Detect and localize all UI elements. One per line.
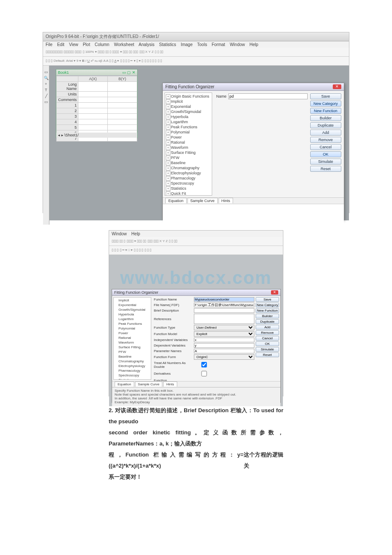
- derivatives-checkbox[interactable]: [196, 371, 213, 376]
- references-input[interactable]: [194, 314, 254, 324]
- tree-pharmacology[interactable]: Pharmacology: [166, 176, 211, 181]
- tree-pfw[interactable]: PFW: [166, 155, 211, 160]
- menu-plot[interactable]: Plot: [83, 42, 90, 47]
- menu-file[interactable]: File: [46, 42, 52, 47]
- t2-growth[interactable]: Growth/Sigmoidal: [114, 307, 150, 312]
- simulate-button-2[interactable]: Simulate: [256, 347, 279, 352]
- t2-implicit[interactable]: Implicit: [114, 298, 150, 303]
- add-button[interactable]: Add: [310, 130, 341, 136]
- t2-peak[interactable]: Peak Functions: [114, 321, 150, 326]
- tree-logarithm[interactable]: Logarithm: [166, 119, 211, 124]
- menu-statistics[interactable]: Statistics: [159, 42, 176, 47]
- fitting-function-organizer-dialog-2[interactable]: Fitting Function Organizer ✕ Implicit Ex…: [112, 289, 281, 403]
- window-controls-icon[interactable]: ▭ ▢ ✕: [122, 70, 135, 75]
- reset-button[interactable]: Reset: [310, 166, 341, 172]
- function-form-select[interactable]: OriginC: [194, 354, 254, 360]
- remove-button[interactable]: Remove: [310, 137, 341, 143]
- new-function-button-2[interactable]: New Function: [256, 308, 279, 313]
- category-tree-2[interactable]: Implicit Exponential Growth/Sigmoidal Hy…: [113, 297, 151, 380]
- file-name-input[interactable]: [194, 303, 254, 307]
- t2-pfw[interactable]: PFW: [114, 350, 150, 354]
- tab-hints[interactable]: Hints: [219, 198, 233, 203]
- t2-power[interactable]: Power: [114, 331, 150, 335]
- new-category-button-2[interactable]: New Category: [256, 303, 279, 307]
- zoom-icon[interactable]: 🔍: [44, 76, 49, 80]
- tree-origin-basic[interactable]: Origin Basic Functions: [166, 94, 211, 99]
- dep-vars-input[interactable]: [194, 343, 254, 348]
- menu-tools[interactable]: Tools: [197, 42, 207, 47]
- close-icon-2[interactable]: ✕: [271, 290, 278, 295]
- t2-logarithm[interactable]: Logarithm: [114, 317, 150, 321]
- book-window[interactable]: Book1▭ ▢ ✕ A(X)B(Y) Long Name Units Comm…: [56, 69, 138, 138]
- t2-electrophys[interactable]: Electrophysiology: [114, 364, 150, 368]
- menu-image[interactable]: Image: [181, 42, 193, 47]
- new-category-button[interactable]: New Category: [310, 101, 341, 107]
- tree-chromatography[interactable]: Chromatography: [166, 165, 211, 171]
- close-icon[interactable]: ✕: [333, 84, 341, 89]
- save-button-2[interactable]: Save: [256, 297, 279, 302]
- simulate-button[interactable]: Simulate: [310, 159, 341, 165]
- tree-statistics[interactable]: Statistics: [166, 186, 211, 191]
- tree-spectroscopy[interactable]: Spectroscopy: [166, 181, 211, 186]
- menu-edit[interactable]: Edit: [57, 42, 64, 47]
- t2-exponential[interactable]: Exponential: [114, 303, 150, 307]
- ok-button[interactable]: OK: [310, 151, 341, 157]
- menu-help-2[interactable]: Help: [131, 231, 140, 236]
- t2-chromatography[interactable]: Chromatography: [114, 359, 150, 364]
- tree-growth[interactable]: Growth/Sigmoidal: [166, 109, 211, 114]
- fitting-function-organizer-dialog[interactable]: Fitting Function Organizer✕ Origin Basic…: [162, 83, 344, 220]
- text-icon[interactable]: T: [45, 88, 47, 92]
- menu-analysis[interactable]: Analysis: [138, 42, 154, 47]
- col-b[interactable]: B(Y): [108, 76, 137, 82]
- pointer-icon[interactable]: ▭: [44, 70, 48, 74]
- new-function-button[interactable]: New Function: [310, 108, 341, 114]
- t2-waveform[interactable]: Waveform: [114, 340, 150, 345]
- t2-hyperbola[interactable]: Hyperbola: [114, 312, 150, 317]
- remove-button-2[interactable]: Remove: [256, 330, 279, 335]
- builder-button-2[interactable]: Builder: [256, 314, 279, 318]
- menu-view[interactable]: View: [69, 42, 78, 47]
- reset-button-2[interactable]: Reset: [256, 353, 279, 357]
- category-tree[interactable]: Origin Basic Functions Implicit Exponent…: [164, 92, 212, 196]
- tab-equation-2[interactable]: Equation: [115, 382, 134, 387]
- tree-polynomial[interactable]: Polynomial: [166, 130, 211, 135]
- brief-desc-input[interactable]: [194, 308, 254, 313]
- plus-icon[interactable]: +: [45, 82, 47, 86]
- tree-peak[interactable]: Peak Functions: [166, 124, 211, 130]
- worksheet-grid[interactable]: A(X)B(Y) Long Name Units Comments 1 2 3 …: [56, 76, 137, 142]
- t2-surface[interactable]: Surface Fitting: [114, 345, 150, 350]
- t2-pharmacology[interactable]: Pharmacology: [114, 368, 150, 373]
- builder-button[interactable]: Builder: [310, 115, 341, 121]
- add-button-2[interactable]: Add: [256, 325, 279, 330]
- function-name-input[interactable]: [194, 297, 254, 302]
- menu-worksheet[interactable]: Worksheet: [114, 42, 134, 47]
- line-icon[interactable]: ╱: [45, 94, 47, 98]
- col-a[interactable]: A(X): [78, 76, 108, 82]
- tree-quickfit[interactable]: Quick Fit: [166, 191, 211, 196]
- duplicate-button-2[interactable]: Duplicate: [256, 319, 279, 324]
- menu-window-2[interactable]: Window: [112, 231, 127, 236]
- save-button[interactable]: Save: [310, 93, 341, 99]
- tab-sample-curve[interactable]: Sample Curve: [187, 198, 218, 203]
- tree-power[interactable]: Power: [166, 135, 211, 140]
- menu-help[interactable]: Help: [250, 42, 259, 47]
- t2-rational[interactable]: Rational: [114, 335, 150, 340]
- t2-baseline[interactable]: Baseline: [114, 354, 150, 359]
- t2-statistics[interactable]: Statistics: [114, 378, 150, 380]
- tree-hyperbola[interactable]: Hyperbola: [166, 114, 211, 119]
- tree-implicit[interactable]: Implicit: [166, 99, 211, 104]
- tab-equation[interactable]: Equation: [165, 198, 187, 203]
- tab-sample-curve-2[interactable]: Sample Curve: [135, 382, 163, 387]
- cancel-button[interactable]: Cancel: [310, 144, 341, 150]
- sheet-tab[interactable]: Sheet1: [66, 133, 78, 137]
- param-names-input[interactable]: [194, 349, 254, 353]
- menu-column[interactable]: Column: [95, 42, 109, 47]
- function-model-select[interactable]: Explicit: [194, 331, 254, 337]
- tree-exponential[interactable]: Exponential: [166, 104, 211, 109]
- tree-surface[interactable]: Surface Fitting: [166, 150, 211, 155]
- t2-polynomial[interactable]: Polynomial: [114, 326, 150, 331]
- tree-rational[interactable]: Rational: [166, 140, 211, 145]
- ok-button-2[interactable]: OK: [256, 341, 279, 346]
- t2-spectroscopy[interactable]: Spectroscopy: [114, 373, 150, 378]
- treat-double-checkbox[interactable]: [196, 362, 213, 367]
